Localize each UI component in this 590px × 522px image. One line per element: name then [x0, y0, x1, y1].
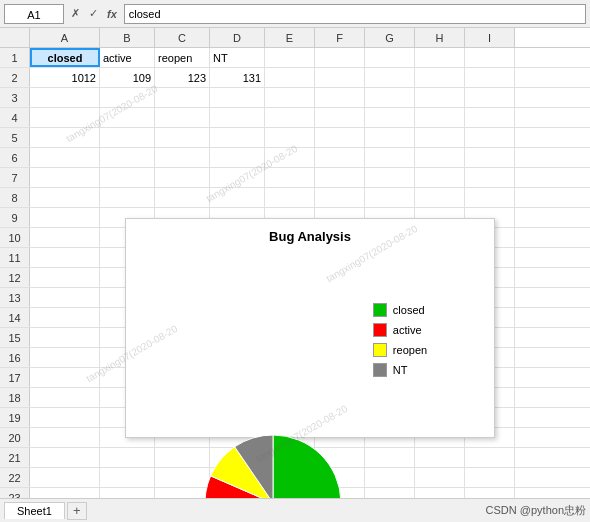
cell-c1[interactable]: reopen: [155, 48, 210, 67]
cell-reference-box[interactable]: A1: [4, 4, 64, 24]
legend-label-active: active: [393, 324, 422, 336]
legend-color-closed: [373, 303, 387, 317]
pie-chart: [193, 260, 353, 420]
cell-f1[interactable]: [315, 48, 365, 67]
bottom-bar: Sheet1 + CSDN @python忠粉: [0, 498, 590, 522]
col-header-c[interactable]: C: [155, 28, 210, 47]
table-row: 8: [0, 188, 590, 208]
cell-g1[interactable]: [365, 48, 415, 67]
table-row: 3: [0, 88, 590, 108]
col-header-g[interactable]: G: [365, 28, 415, 47]
cell-a1[interactable]: closed: [30, 48, 100, 67]
table-row: 7: [0, 168, 590, 188]
fx-icon[interactable]: fx: [104, 7, 120, 21]
grid-area: 1 closed active reopen NT 2 1012 109 123…: [0, 48, 590, 498]
cell-a2[interactable]: 1012: [30, 68, 100, 87]
formula-bar-area: A1 ✗ ✓ fx: [0, 0, 590, 28]
pie-svg: [193, 423, 353, 499]
table-row: 6: [0, 148, 590, 168]
cell-b2[interactable]: 109: [100, 68, 155, 87]
col-header-f[interactable]: F: [315, 28, 365, 47]
cancel-icon[interactable]: ✗: [68, 6, 83, 21]
add-sheet-button[interactable]: +: [67, 502, 87, 520]
table-row: 1 closed active reopen NT: [0, 48, 590, 68]
cell-e1[interactable]: [265, 48, 315, 67]
cell-d2[interactable]: 131: [210, 68, 265, 87]
corner-cell: [0, 28, 30, 47]
chart-legend: closed active reopen NT: [373, 303, 427, 377]
cell-i2[interactable]: [465, 68, 515, 87]
col-header-i[interactable]: I: [465, 28, 515, 47]
table-row: 5: [0, 128, 590, 148]
row-num-1: 1: [0, 48, 30, 67]
legend-label-nt: NT: [393, 364, 408, 376]
bottom-right-label: CSDN @python忠粉: [486, 503, 586, 518]
column-headers: A B C D E F G H I: [0, 28, 590, 48]
legend-label-reopen: reopen: [393, 344, 427, 356]
formula-icons: ✗ ✓ fx: [68, 6, 120, 21]
row-num-2: 2: [0, 68, 30, 87]
legend-item-reopen: reopen: [373, 343, 427, 357]
col-header-e[interactable]: E: [265, 28, 315, 47]
cell-g2[interactable]: [365, 68, 415, 87]
confirm-icon[interactable]: ✓: [86, 6, 101, 21]
cell-d1[interactable]: NT: [210, 48, 265, 67]
cell-h2[interactable]: [415, 68, 465, 87]
legend-color-reopen: [373, 343, 387, 357]
legend-label-closed: closed: [393, 304, 425, 316]
chart-body: closed active reopen NT: [193, 252, 427, 427]
cell-h1[interactable]: [415, 48, 465, 67]
cell-f2[interactable]: [315, 68, 365, 87]
legend-item-active: active: [373, 323, 427, 337]
col-header-d[interactable]: D: [210, 28, 265, 47]
col-header-h[interactable]: H: [415, 28, 465, 47]
cell-b1[interactable]: active: [100, 48, 155, 67]
table-row: 2 1012 109 123 131: [0, 68, 590, 88]
sheet-tab[interactable]: Sheet1: [4, 502, 65, 519]
legend-color-nt: [373, 363, 387, 377]
table-row: 4: [0, 108, 590, 128]
legend-color-active: [373, 323, 387, 337]
col-header-b[interactable]: B: [100, 28, 155, 47]
cell-i1[interactable]: [465, 48, 515, 67]
chart-title: Bug Analysis: [269, 229, 351, 244]
col-header-a[interactable]: A: [30, 28, 100, 47]
cell-c2[interactable]: 123: [155, 68, 210, 87]
cell-e2[interactable]: [265, 68, 315, 87]
legend-item-nt: NT: [373, 363, 427, 377]
chart-container[interactable]: Bug Analysis closed active: [125, 218, 495, 438]
formula-input[interactable]: [124, 4, 586, 24]
legend-item-closed: closed: [373, 303, 427, 317]
